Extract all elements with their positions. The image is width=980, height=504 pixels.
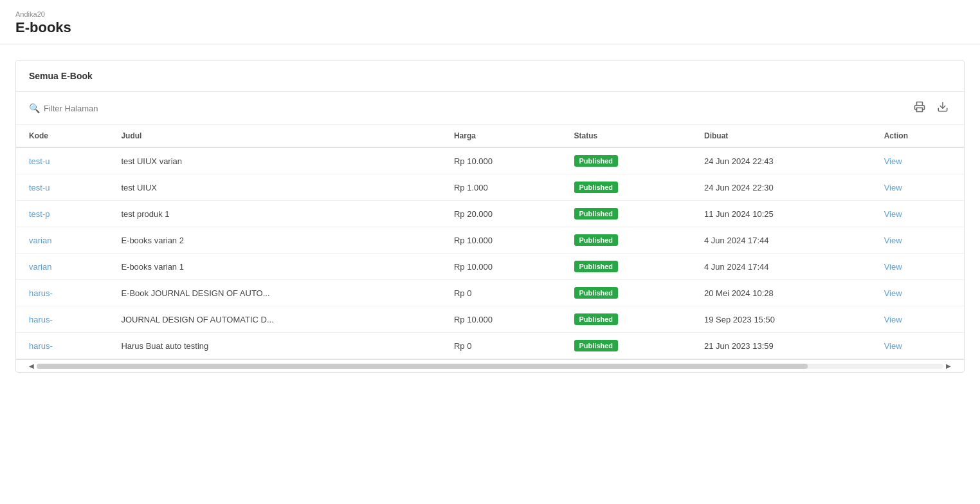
toolbar: 🔍 bbox=[16, 92, 964, 125]
kode-link[interactable]: varian bbox=[29, 262, 51, 272]
cell-action[interactable]: View bbox=[871, 280, 964, 306]
cell-judul: E-Book JOURNAL DESIGN OF AUTO... bbox=[108, 280, 441, 306]
card-header: Semua E-Book bbox=[16, 61, 964, 92]
kode-link[interactable]: test-p bbox=[29, 209, 50, 219]
col-dibuat: Dibuat bbox=[691, 125, 871, 147]
search-input[interactable] bbox=[44, 104, 172, 113]
cell-status: Published bbox=[561, 201, 692, 227]
cell-status: Published bbox=[561, 306, 692, 333]
cell-action[interactable]: View bbox=[871, 254, 964, 280]
card-title: Semua E-Book bbox=[29, 71, 93, 81]
cell-dibuat: 24 Jun 2024 22:43 bbox=[691, 147, 871, 174]
cell-dibuat: 4 Jun 2024 17:44 bbox=[691, 227, 871, 254]
cell-action[interactable]: View bbox=[871, 333, 964, 359]
cell-judul: Harus Buat auto testing bbox=[108, 333, 441, 359]
content-area: Semua E-Book 🔍 bbox=[0, 44, 980, 388]
cell-dibuat: 20 Mei 2024 10:28 bbox=[691, 280, 871, 306]
cell-dibuat: 19 Sep 2023 15:50 bbox=[691, 306, 871, 333]
svg-rect-0 bbox=[917, 108, 923, 112]
view-link[interactable]: View bbox=[884, 209, 902, 219]
scroll-left-button[interactable]: ◀ bbox=[29, 362, 34, 369]
cell-kode[interactable]: test-u bbox=[16, 147, 108, 174]
cell-kode[interactable]: harus- bbox=[16, 333, 108, 359]
status-badge: Published bbox=[574, 261, 619, 272]
col-action: Action bbox=[871, 125, 964, 147]
cell-harga: Rp 10.000 bbox=[441, 254, 561, 280]
table-row: test-ptest produk 1Rp 20.000Published11 … bbox=[16, 201, 964, 227]
cell-status: Published bbox=[561, 174, 692, 201]
status-badge: Published bbox=[574, 287, 619, 299]
cell-kode[interactable]: harus- bbox=[16, 280, 108, 306]
view-link[interactable]: View bbox=[884, 156, 902, 166]
col-status: Status bbox=[561, 125, 692, 147]
cell-dibuat: 21 Jun 2023 13:59 bbox=[691, 333, 871, 359]
cell-status: Published bbox=[561, 227, 692, 254]
cell-harga: Rp 10.000 bbox=[441, 306, 561, 333]
cell-judul: E-books varian 1 bbox=[108, 254, 441, 280]
table-row: varianE-books varian 2Rp 10.000Published… bbox=[16, 227, 964, 254]
cell-harga: Rp 20.000 bbox=[441, 201, 561, 227]
scroll-thumb bbox=[37, 364, 808, 369]
cell-action[interactable]: View bbox=[871, 174, 964, 201]
cell-dibuat: 4 Jun 2024 17:44 bbox=[691, 254, 871, 280]
cell-judul: JOURNAL DESIGN OF AUTOMATIC D... bbox=[108, 306, 441, 333]
kode-link[interactable]: harus- bbox=[29, 288, 53, 298]
cell-status: Published bbox=[561, 333, 692, 359]
kode-link[interactable]: varian bbox=[29, 236, 51, 245]
ebook-card: Semua E-Book 🔍 bbox=[15, 60, 965, 373]
scroll-right-button[interactable]: ▶ bbox=[946, 362, 951, 369]
status-badge: Published bbox=[574, 234, 619, 246]
scrollbar-area: ◀ ▶ bbox=[16, 359, 964, 372]
table-row: varianE-books varian 1Rp 10.000Published… bbox=[16, 254, 964, 280]
status-badge: Published bbox=[574, 208, 619, 219]
cell-kode[interactable]: test-u bbox=[16, 174, 108, 201]
page-header: Andika20 E-books bbox=[0, 0, 980, 44]
table-body: test-utest UIUX varianRp 10.000Published… bbox=[16, 147, 964, 359]
cell-action[interactable]: View bbox=[871, 306, 964, 333]
cell-judul: test UIUX varian bbox=[108, 147, 441, 174]
table-row: harus-E-Book JOURNAL DESIGN OF AUTO...Rp… bbox=[16, 280, 964, 306]
view-link[interactable]: View bbox=[884, 236, 902, 245]
cell-dibuat: 24 Jun 2024 22:30 bbox=[691, 174, 871, 201]
view-link[interactable]: View bbox=[884, 341, 902, 351]
status-badge: Published bbox=[574, 155, 619, 167]
status-badge: Published bbox=[574, 340, 619, 351]
cell-action[interactable]: View bbox=[871, 227, 964, 254]
search-wrapper: 🔍 bbox=[29, 103, 906, 113]
toolbar-actions bbox=[911, 100, 951, 117]
search-icon: 🔍 bbox=[29, 103, 40, 113]
table-row: test-utest UIUXRp 1.000Published24 Jun 2… bbox=[16, 174, 964, 201]
print-button[interactable] bbox=[911, 100, 928, 117]
cell-action[interactable]: View bbox=[871, 201, 964, 227]
view-link[interactable]: View bbox=[884, 183, 902, 192]
cell-harga: Rp 0 bbox=[441, 333, 561, 359]
ebook-table: Kode Judul Harga Status Dibuat Action te… bbox=[16, 125, 964, 359]
kode-link[interactable]: harus- bbox=[29, 315, 53, 324]
cell-dibuat: 11 Jun 2024 10:25 bbox=[691, 201, 871, 227]
view-link[interactable]: View bbox=[884, 315, 902, 324]
cell-kode[interactable]: harus- bbox=[16, 306, 108, 333]
cell-status: Published bbox=[561, 147, 692, 174]
view-link[interactable]: View bbox=[884, 288, 902, 298]
cell-kode[interactable]: test-p bbox=[16, 201, 108, 227]
page-title: E-books bbox=[15, 19, 965, 36]
download-button[interactable] bbox=[934, 100, 951, 117]
cell-action[interactable]: View bbox=[871, 147, 964, 174]
cell-kode[interactable]: varian bbox=[16, 227, 108, 254]
cell-status: Published bbox=[561, 280, 692, 306]
kode-link[interactable]: test-u bbox=[29, 156, 50, 166]
cell-kode[interactable]: varian bbox=[16, 254, 108, 280]
col-judul: Judul bbox=[108, 125, 441, 147]
scroll-track[interactable] bbox=[37, 364, 943, 369]
cell-judul: test produk 1 bbox=[108, 201, 441, 227]
cell-judul: E-books varian 2 bbox=[108, 227, 441, 254]
table-row: harus-JOURNAL DESIGN OF AUTOMATIC D...Rp… bbox=[16, 306, 964, 333]
table-row: test-utest UIUX varianRp 10.000Published… bbox=[16, 147, 964, 174]
view-link[interactable]: View bbox=[884, 262, 902, 272]
kode-link[interactable]: harus- bbox=[29, 341, 53, 351]
status-badge: Published bbox=[574, 182, 619, 193]
cell-harga: Rp 0 bbox=[441, 280, 561, 306]
kode-link[interactable]: test-u bbox=[29, 183, 50, 192]
cell-harga: Rp 1.000 bbox=[441, 174, 561, 201]
col-kode: Kode bbox=[16, 125, 108, 147]
